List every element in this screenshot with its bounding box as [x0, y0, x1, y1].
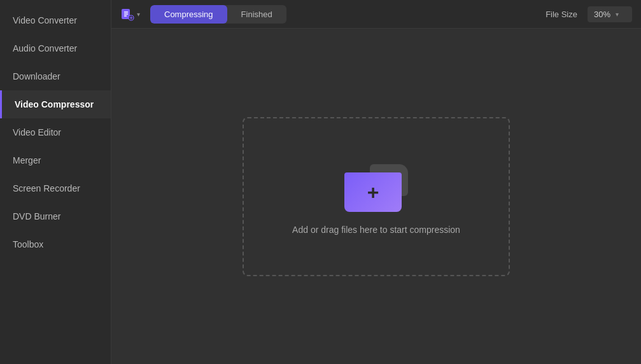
file-size-label: File Size	[546, 10, 577, 19]
folder-front: +	[344, 172, 402, 212]
sidebar-item-toolbox[interactable]: Toolbox	[0, 230, 111, 258]
sidebar-item-video-compressor[interactable]: Video Compressor	[0, 90, 111, 118]
tab-group: Compressing Finished	[150, 5, 286, 24]
sidebar-item-screen-recorder[interactable]: Screen Recorder	[0, 174, 111, 202]
sidebar-item-video-converter[interactable]: Video Converter	[0, 6, 111, 34]
drop-zone[interactable]: + Add or drag files here to start compre…	[243, 117, 510, 276]
sidebar-item-video-editor[interactable]: Video Editor	[0, 118, 111, 146]
sidebar-item-audio-converter[interactable]: Audio Converter	[0, 34, 111, 62]
topbar: ▾ Compressing Finished File Size 30% ▾	[111, 0, 641, 29]
content-area: + Add or drag files here to start compre…	[111, 29, 641, 364]
folder-plus-icon: +	[367, 182, 379, 202]
tab-compressing[interactable]: Compressing	[150, 5, 227, 24]
file-size-chevron-icon: ▾	[616, 11, 619, 18]
add-file-chevron-icon: ▾	[137, 11, 140, 18]
tab-finished[interactable]: Finished	[227, 5, 286, 24]
file-size-dropdown[interactable]: 30% ▾	[588, 6, 632, 22]
main-panel: ▾ Compressing Finished File Size 30% ▾ +	[111, 0, 641, 364]
add-file-button[interactable]: ▾	[120, 7, 140, 21]
sidebar-item-dvd-burner[interactable]: DVD Burner	[0, 202, 111, 230]
sidebar-item-downloader[interactable]: Downloader	[0, 62, 111, 90]
sidebar: Video Converter Audio Converter Download…	[0, 0, 111, 364]
add-file-icon	[120, 7, 134, 21]
sidebar-item-merger[interactable]: Merger	[0, 146, 111, 174]
folder-icon: +	[344, 158, 408, 212]
drop-zone-text: Add or drag files here to start compress…	[292, 225, 460, 235]
